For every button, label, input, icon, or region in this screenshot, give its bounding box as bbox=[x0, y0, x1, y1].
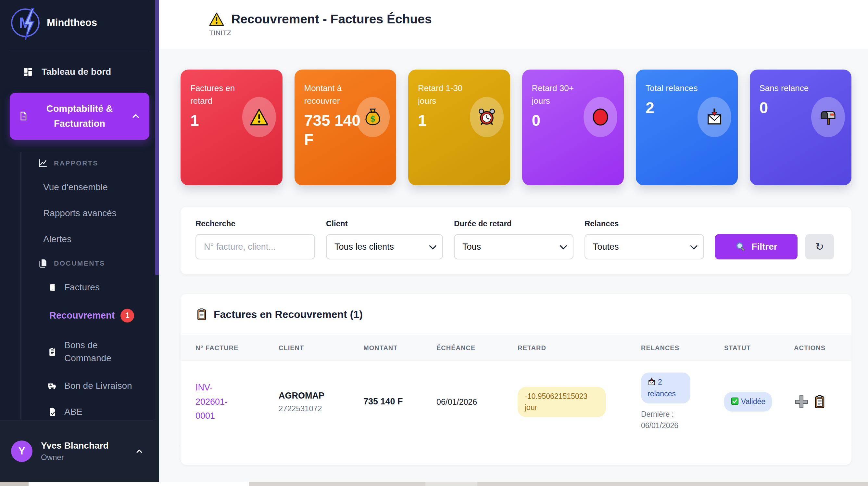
stat-card-retard-30plus-jours: Retard 30+ jours 0 bbox=[522, 69, 624, 185]
brand: M Mindtheos bbox=[0, 0, 159, 44]
sidebar-item-label: ABE bbox=[64, 407, 83, 417]
stat-card-total-relances: Total relances 2 bbox=[636, 69, 738, 185]
sidebar-item-label: Recouvrement bbox=[49, 310, 115, 321]
stat-value: 735 140 F bbox=[304, 111, 361, 148]
closed-mailbox-icon bbox=[819, 108, 837, 126]
scrollbar-thumb[interactable] bbox=[155, 0, 159, 275]
actions-cell bbox=[794, 394, 837, 409]
search-input[interactable] bbox=[195, 234, 315, 259]
relances-label: Relances bbox=[585, 219, 704, 228]
stat-label: Retard 1-30 jours bbox=[418, 82, 475, 107]
refresh-icon: ↻ bbox=[815, 240, 824, 253]
client-id: 2722531072 bbox=[279, 404, 363, 413]
sidebar-item-alertes[interactable]: Alertes bbox=[22, 226, 159, 252]
filter-button[interactable]: Filtrer bbox=[715, 234, 798, 259]
filter-bar: Recherche Client Tous les clients Durée … bbox=[181, 207, 851, 275]
sidebar-item-bons-de-commande[interactable]: Bons de Commande bbox=[22, 331, 159, 373]
table-header-row: N° FACTURE CLIENT MONTANT ÉCHÉANCE RETAR… bbox=[181, 335, 851, 361]
invoice-number-link[interactable]: INV-202601-0001 bbox=[195, 381, 237, 423]
stat-icon-bubble bbox=[242, 97, 276, 137]
add-relance-icon[interactable] bbox=[794, 394, 809, 409]
table-title: Factures en Recouvrement (1) bbox=[214, 309, 363, 320]
delay-select[interactable]: Tous bbox=[454, 234, 574, 259]
clipboard-icon bbox=[195, 308, 208, 320]
col-header-actions: ACTIONS bbox=[794, 344, 837, 352]
brand-name: Mindtheos bbox=[47, 17, 97, 29]
user-menu[interactable]: Y Yves Blanchard Owner bbox=[0, 420, 155, 482]
avatar-initial: Y bbox=[19, 446, 25, 457]
relances-select[interactable]: Toutes bbox=[585, 234, 704, 259]
sidebar-item-label: Alertes bbox=[43, 234, 71, 244]
refresh-button[interactable]: ↻ bbox=[805, 234, 834, 259]
due-date-cell: 06/01/2026 bbox=[436, 397, 518, 407]
client-label: Client bbox=[326, 219, 443, 228]
page-header: Recouvrement - Factures Échues TINITZ bbox=[159, 0, 868, 49]
col-header-facture: N° FACTURE bbox=[195, 344, 279, 352]
chevron-down-icon bbox=[560, 242, 567, 250]
stat-card-retard-1-30-jours: Retard 1-30 jours 1 bbox=[408, 69, 510, 185]
truck-icon bbox=[48, 381, 57, 391]
sidebar-item-rapports-avances[interactable]: Rapports avancés bbox=[22, 200, 159, 226]
sidebar-item-vue-densemble[interactable]: Vue d'ensemble bbox=[22, 174, 159, 200]
sidebar-item-tableau-de-bord[interactable]: Tableau de bord bbox=[0, 61, 159, 83]
stat-card-montant-a-recouvrer: Montant à recouvrer 735 140 F $ bbox=[294, 69, 397, 185]
sidebar: M Mindtheos Tableau de bord Comptabilité… bbox=[0, 0, 159, 482]
user-info: Yves Blanchard Owner bbox=[41, 440, 109, 462]
delay-label: Durée de retard bbox=[454, 219, 574, 228]
sidebar-item-recouvrement[interactable]: Recouvrement 1 bbox=[22, 301, 159, 331]
alarm-clock-icon bbox=[478, 108, 496, 126]
stat-label: Sans relance bbox=[760, 82, 816, 94]
search-label: Recherche bbox=[195, 219, 315, 228]
user-role: Owner bbox=[41, 453, 109, 462]
clipboard-action-icon[interactable] bbox=[813, 395, 827, 409]
relances-field-group: Relances Toutes bbox=[585, 219, 704, 259]
page-title: Recouvrement - Factures Échues bbox=[231, 12, 432, 26]
chevron-down-icon bbox=[429, 242, 437, 250]
invoices-table-card: Factures en Recouvrement (1) N° FACTURE … bbox=[181, 294, 851, 465]
main-area: Recouvrement - Factures Échues TINITZ Fa… bbox=[159, 0, 868, 482]
sidebar-item-factures[interactable]: Factures bbox=[22, 275, 159, 301]
stat-icon-bubble bbox=[470, 97, 504, 137]
delay-cell: -10.950621515023 jour bbox=[518, 387, 641, 417]
col-header-montant: MONTANT bbox=[363, 344, 436, 352]
recouvrement-badge: 1 bbox=[121, 309, 134, 322]
magnifier-icon bbox=[735, 241, 746, 252]
invoice-document-icon bbox=[18, 111, 29, 121]
stat-icon-bubble bbox=[698, 97, 731, 137]
stat-value: 0 bbox=[532, 111, 589, 130]
stat-value: 1 bbox=[418, 111, 475, 130]
status-badge-label: Validée bbox=[741, 397, 765, 406]
mindtheos-logo-icon: M bbox=[11, 8, 40, 37]
sidebar-item-label: Vue d'ensemble bbox=[43, 182, 108, 192]
relances-badge: 2 relances bbox=[641, 373, 690, 403]
stat-label: Retard 30+ jours bbox=[532, 82, 589, 107]
stat-value: 1 bbox=[190, 111, 247, 130]
sidebar-item-bon-de-livraison[interactable]: Bon de Livraison bbox=[22, 373, 159, 399]
money-bag-icon: $ bbox=[364, 108, 382, 126]
sidebar-item-label: Comptabilité & Facturation bbox=[32, 101, 127, 131]
last-relance-date: 06/01/2026 bbox=[641, 421, 678, 430]
stat-label: Total relances bbox=[646, 82, 703, 94]
stat-value: 2 bbox=[646, 98, 703, 117]
svg-text:$: $ bbox=[370, 114, 375, 123]
sidebar-scrollbar[interactable] bbox=[155, 0, 159, 482]
sidebar-item-comptabilite-facturation[interactable]: Comptabilité & Facturation bbox=[10, 93, 149, 140]
client-field-group: Client Tous les clients bbox=[326, 219, 443, 259]
client-select[interactable]: Tous les clients bbox=[326, 234, 443, 259]
avatar: Y bbox=[11, 440, 32, 462]
col-header-retard: RETARD bbox=[518, 344, 641, 352]
stat-icon-bubble bbox=[811, 97, 845, 137]
taskbar-strip bbox=[0, 482, 868, 486]
relances-select-value: Toutes bbox=[593, 242, 619, 252]
sidebar-submenu: RAPPORTS Vue d'ensemble Rapports avancés… bbox=[21, 152, 159, 425]
sidebar-item-label: Tableau de bord bbox=[41, 67, 111, 77]
taskbar-segment bbox=[29, 482, 249, 486]
col-header-relances: RELANCES bbox=[641, 344, 724, 352]
taskbar-segment bbox=[0, 482, 29, 486]
client-name: AGROMAP bbox=[279, 391, 363, 401]
search-field-group: Recherche bbox=[195, 219, 315, 259]
document-check-icon bbox=[48, 407, 57, 417]
section-label: RAPPORTS bbox=[54, 159, 98, 167]
col-header-statut: STATUT bbox=[724, 344, 794, 352]
delay-field-group: Durée de retard Tous bbox=[454, 219, 574, 259]
